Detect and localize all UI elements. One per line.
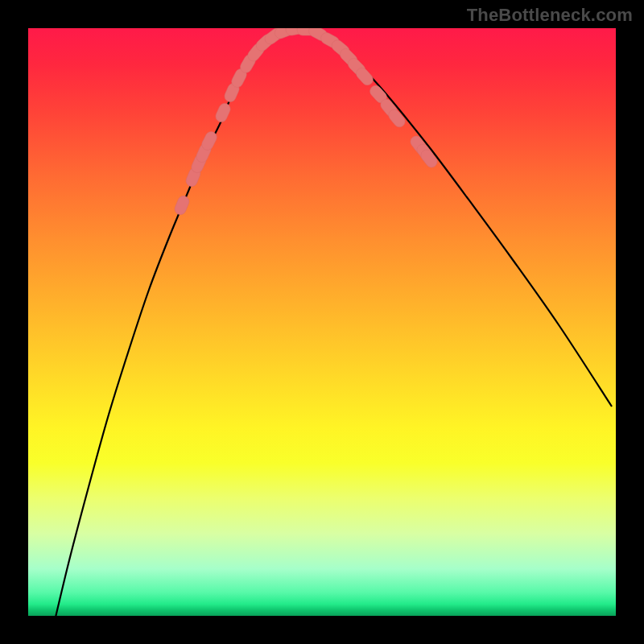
chart-frame: TheBottleneck.com <box>0 0 644 644</box>
curve-marker <box>214 101 233 124</box>
curve-markers <box>173 28 440 217</box>
plot-area <box>28 28 616 616</box>
curve-marker <box>173 194 191 217</box>
curve-layer <box>28 28 616 616</box>
watermark-text: TheBottleneck.com <box>467 5 633 26</box>
bottleneck-curve <box>48 29 612 616</box>
